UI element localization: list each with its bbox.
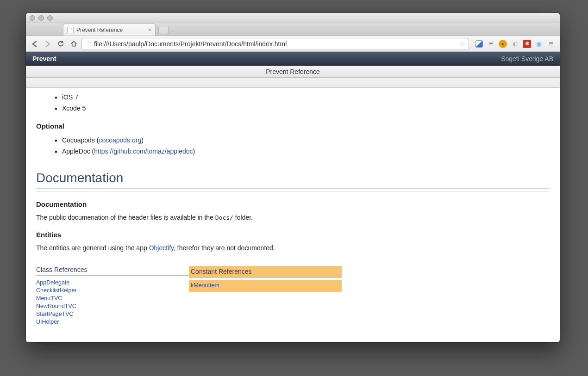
text: The entities are genered using the app <box>36 244 149 252</box>
references: Class References AppDelegate ChecklistHe… <box>36 266 550 326</box>
text: , therefor they are not documented. <box>174 244 275 252</box>
bookmark-star-icon[interactable]: ☆ <box>459 39 466 48</box>
constant-references-heading: Constant References <box>189 266 342 277</box>
list-item: iOS 7 <box>62 92 550 103</box>
camera-extension-icon[interactable]: ▣ <box>535 40 543 48</box>
class-ref-link[interactable]: NewRoundTVC <box>36 302 189 310</box>
file-icon <box>85 41 91 47</box>
optional-heading: Optional <box>36 122 550 130</box>
appledoc-link[interactable]: https://github.com/tomaz/appledoc <box>94 148 193 155</box>
doc-toolbar-spacer <box>26 78 560 88</box>
text: AppleDoc ( <box>62 148 94 155</box>
constant-references-list: kMenuItem <box>189 280 342 292</box>
close-tab-icon[interactable]: × <box>148 27 151 33</box>
zoom-window-icon[interactable] <box>47 15 53 21</box>
url-text: file:///Users/paulp/Documents/Projekt/Pr… <box>94 40 287 48</box>
tab-strip: Prevent Reference × <box>26 23 560 36</box>
delicious-extension-icon[interactable] <box>475 40 483 48</box>
globe-extension-icon[interactable]: ◐ <box>511 40 519 48</box>
class-ref-link[interactable]: AppDelegate <box>36 278 189 286</box>
new-tab-button[interactable] <box>158 26 169 34</box>
entities-subheading: Entities <box>36 231 550 239</box>
text: The public documenation of the header fi… <box>36 214 215 221</box>
class-ref-link[interactable]: UIHelper <box>36 318 189 326</box>
list-item: Xcode 5 <box>62 103 550 114</box>
cocoapods-link[interactable]: cocoapods.org <box>99 136 141 144</box>
doc-subtitle: Prevent Reference <box>266 68 320 75</box>
text: ) <box>141 136 144 144</box>
list-item: AppleDoc (https://github.com/tomaz/apple… <box>62 146 550 157</box>
list-item: Cocoapods (cocoapods.org) <box>62 135 550 146</box>
address-bar[interactable]: file:///Users/paulp/Documents/Projekt/Pr… <box>81 38 469 50</box>
optional-list: Cocoapods (cocoapods.org) AppleDoc (http… <box>36 135 550 157</box>
browser-window: Prevent Reference × file:///Users/paulp/… <box>26 13 560 342</box>
bug-extension-icon[interactable]: ✳ <box>487 40 495 48</box>
objectify-link[interactable]: Objectify <box>149 244 174 252</box>
extensions: ✳ › ◐ ✱ ▣ <box>472 40 543 48</box>
requirements-list: iOS 7 Xcode 5 <box>36 92 550 114</box>
entities-paragraph: The entities are genered using the app O… <box>36 243 550 253</box>
tab-title: Prevent Reference <box>76 27 123 33</box>
constant-references-column: Constant References kMenuItem <box>189 266 342 326</box>
class-references-list: AppDelegate ChecklistHelper MenuTVC NewR… <box>36 278 189 326</box>
onepassword-extension-icon[interactable]: ✱ <box>523 40 531 48</box>
company-name: Sogeti Sverige AB <box>501 55 553 62</box>
divider <box>36 191 550 192</box>
reload-button[interactable] <box>56 39 66 49</box>
class-references-column: Class References AppDelegate ChecklistHe… <box>36 266 189 326</box>
forward-button[interactable] <box>43 39 53 49</box>
class-references-heading: Class References <box>36 266 189 276</box>
file-icon <box>67 27 74 33</box>
class-ref-link[interactable]: StartPageTVC <box>36 310 189 318</box>
text: ) <box>193 148 195 155</box>
chrome-menu-button[interactable]: ≡ <box>546 40 556 48</box>
class-ref-link[interactable]: ChecklistHelper <box>36 286 189 294</box>
documentation-heading: Documentation <box>36 171 550 189</box>
browser-toolbar: file:///Users/paulp/Documents/Projekt/Pr… <box>26 36 560 52</box>
back-button[interactable] <box>30 39 40 49</box>
docs-folder-code: Docs/ <box>215 214 233 221</box>
browser-tab[interactable]: Prevent Reference × <box>63 24 156 36</box>
documentation-paragraph: The public documenation of the header fi… <box>36 213 550 222</box>
home-button[interactable] <box>69 39 79 49</box>
close-window-icon[interactable] <box>30 15 35 21</box>
traffic-lights <box>26 15 53 21</box>
page: Prevent Sogeti Sverige AB Prevent Refere… <box>26 52 560 342</box>
constant-ref-link[interactable]: kMenuItem <box>191 281 340 289</box>
doc-subheader: Prevent Reference <box>26 66 560 78</box>
documentation-subheading: Documentation <box>36 200 550 208</box>
doc-header: Prevent Sogeti Sverige AB <box>26 52 560 66</box>
minimize-window-icon[interactable] <box>38 15 44 21</box>
content: iOS 7 Xcode 5 Optional Cocoapods (cocoap… <box>26 88 560 342</box>
plex-extension-icon[interactable]: › <box>499 40 507 48</box>
class-ref-link[interactable]: MenuTVC <box>36 294 189 302</box>
app-name: Prevent <box>32 55 56 62</box>
text: Cocoapods ( <box>62 136 99 144</box>
window-titlebar <box>26 13 560 23</box>
text: folder. <box>233 214 253 221</box>
